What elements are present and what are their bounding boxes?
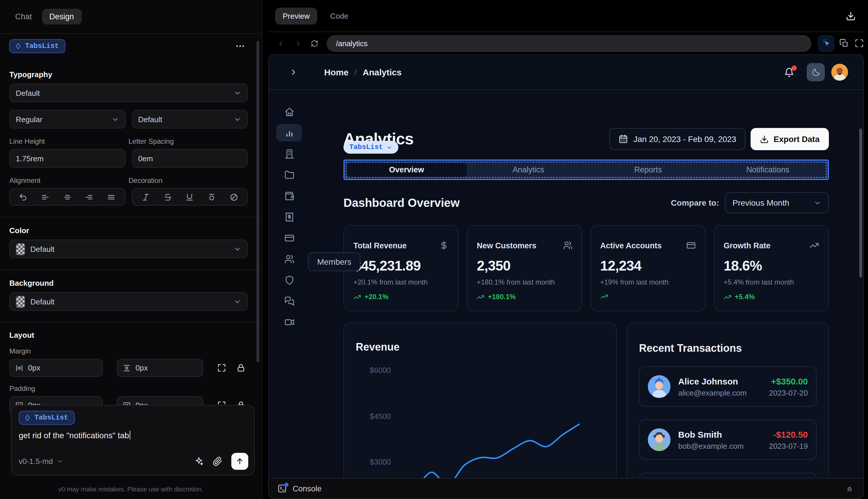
selection-label[interactable]: TabsList [344,141,398,154]
nav-forward-icon[interactable] [294,39,302,47]
revenue-chart-card: Revenue $3000$4500$6000 [344,322,617,478]
export-data-button[interactable]: Export Data [751,128,829,150]
console-activity-dot [284,483,288,487]
align-justify-icon[interactable] [107,193,116,201]
sidebar-item-shield[interactable] [276,269,302,290]
tab-overview[interactable]: Overview [347,163,467,177]
fullscreen-icon[interactable] [855,39,864,48]
breadcrumb: Home / Analytics [324,67,401,77]
sidebar-item-bar-chart[interactable] [276,124,302,142]
sidebar-item-folder[interactable] [276,164,302,185]
selected-component-chip[interactable]: TabsList [9,39,65,53]
notifications-button[interactable] [784,67,794,77]
margin-x-input[interactable]: 0px [9,359,103,377]
line-height-input[interactable]: 1.75rem [9,149,125,168]
user-avatar[interactable] [831,64,848,81]
strikethrough-icon[interactable] [163,193,172,201]
padding-label: Padding [9,385,248,393]
sidebar-item-video[interactable] [276,312,302,332]
stat-value: 18.6% [724,258,819,274]
sidebar-item-users[interactable] [276,248,302,269]
expand-margin-icon[interactable] [217,363,227,373]
inspect-mode-button[interactable] [818,35,835,52]
model-value: v0-1.5-md [19,457,53,465]
tab-chat[interactable]: Chat [15,12,32,21]
tab-reports[interactable]: Reports [588,161,708,179]
console-bar[interactable]: Console [269,478,863,498]
download-icon [760,135,769,144]
sidebar-item-messages[interactable] [276,290,302,312]
chevron-down-icon [234,89,241,97]
trend-up-icon [477,293,485,301]
refresh-icon[interactable] [311,39,318,47]
date-range-picker[interactable]: Jan 20, 2023 - Feb 09, 2023 [609,128,746,150]
font-size-select[interactable]: Default [132,110,248,129]
sidebar-tooltip: Members [308,253,361,271]
enhance-prompt-icon[interactable] [194,456,204,466]
sidebar-item-receipt[interactable] [276,206,302,227]
lock-margin-icon[interactable] [236,363,246,373]
align-left-icon[interactable] [41,193,50,201]
revenue-line-chart [344,323,617,478]
shield-icon [284,275,294,285]
inspect-cursor-icon [821,39,831,48]
overline-icon[interactable] [207,193,216,201]
moon-icon [811,68,820,77]
send-prompt-button[interactable] [231,452,248,470]
underline-icon[interactable] [185,193,194,201]
margin-x-icon [15,364,23,372]
more-options-icon[interactable] [235,41,245,51]
copy-icon[interactable] [839,39,849,48]
margin-y-input[interactable]: 0px [117,359,203,377]
expand-console-icon[interactable] [845,484,854,493]
chevron-down-icon [57,458,63,464]
sidebar-item-building[interactable] [276,143,302,164]
tab-code[interactable]: Code [330,11,348,20]
wallet-icon [284,191,294,201]
sidebar-item-credit-card[interactable] [276,227,302,248]
console-label: Console [293,484,322,493]
reset-alignment-icon[interactable] [19,193,28,201]
tab-design[interactable]: Design [42,9,82,25]
theme-toggle-button[interactable] [807,63,825,81]
prompt-composer[interactable]: TabsList get rid of the "notifications" … [11,405,255,476]
url-input[interactable] [326,39,811,48]
url-bar[interactable] [326,35,811,52]
italic-icon[interactable] [141,193,150,201]
nav-back-icon[interactable] [277,39,284,47]
preview-scrollbar[interactable] [859,129,862,278]
stat-card-growth-rate: Growth Rate 18.6% +5.4% from last month … [714,225,829,312]
sidebar-item-home[interactable] [276,101,302,122]
color-select[interactable]: Default [9,240,248,258]
notification-dot [792,65,797,70]
app-sidebar [276,101,302,332]
breadcrumb-home[interactable]: Home [324,67,348,77]
stat-value: 2,350 [477,258,572,274]
transaction-name: Bob Smith [678,429,744,439]
background-select[interactable]: Default [9,292,248,311]
no-decoration-icon[interactable] [229,193,238,201]
panel-scrollbar[interactable] [257,41,259,362]
margin-x-value: 0px [28,363,40,372]
sidebar-item-wallet[interactable] [276,185,302,206]
prompt-context-chip[interactable]: TabsList [19,411,74,425]
align-right-icon[interactable] [85,193,94,201]
font-family-select[interactable]: Default [9,84,248,102]
align-center-icon[interactable] [63,193,72,201]
download-icon[interactable] [846,11,856,21]
compare-select[interactable]: Previous Month [725,192,829,213]
sidebar-toggle-icon[interactable] [289,68,298,76]
stat-title: New Customers [477,241,536,250]
transaction-row[interactable]: Bob Smithbob@example.com -$120.502023-07… [639,419,817,460]
tab-notifications[interactable]: Notifications [708,161,828,179]
tab-analytics[interactable]: Analytics [469,161,588,179]
chevron-down-icon [234,115,241,123]
font-family-value: Default [16,88,40,97]
tab-preview[interactable]: Preview [275,7,318,24]
model-select[interactable]: v0-1.5-md [19,457,63,465]
letter-spacing-input[interactable]: 0em [132,149,248,168]
attach-file-icon[interactable] [213,456,223,466]
font-weight-select[interactable]: Regular [9,110,125,129]
prompt-input[interactable]: get rid of the "notifications" tab [19,431,247,440]
transaction-row[interactable]: Alice Johnsonalice@example.com +$350.002… [639,366,817,407]
